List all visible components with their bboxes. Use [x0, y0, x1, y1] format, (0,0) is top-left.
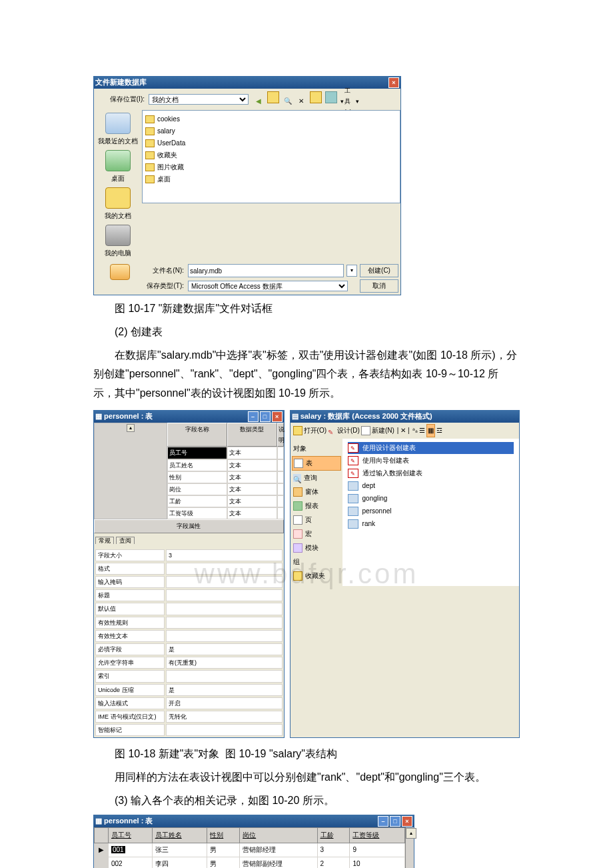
nav-favorites[interactable]: 收藏夹: [292, 569, 341, 583]
folder-item[interactable]: 收藏夹: [145, 149, 397, 161]
new-button[interactable]: 新建(N): [372, 425, 394, 437]
prop-value[interactable]: 3: [166, 549, 283, 561]
minimize-icon[interactable]: –: [248, 411, 259, 422]
list-item[interactable]: personnel: [348, 505, 514, 517]
prop-value[interactable]: 开启: [166, 697, 283, 709]
search-icon[interactable]: 🔍: [283, 96, 293, 107]
field-cell[interactable]: 文本: [227, 495, 277, 507]
filetype-select[interactable]: Microsoft Office Access 数据库: [188, 281, 348, 291]
computer-place[interactable]: 我的电脑: [94, 225, 142, 259]
list-icon-1[interactable]: ☰: [419, 425, 425, 437]
field-cell[interactable]: 文本: [227, 483, 277, 495]
col-header[interactable]: 员工姓名: [152, 827, 207, 843]
documents-place[interactable]: 我的文档: [94, 187, 142, 222]
nav-reports[interactable]: 报表: [292, 499, 341, 513]
field-cell[interactable]: 文本: [227, 471, 277, 483]
tab-general[interactable]: 常规: [95, 537, 114, 544]
chevron-down-icon[interactable]: ▾: [346, 265, 357, 277]
close-icon[interactable]: ×: [402, 816, 412, 827]
create-button[interactable]: 创建(C): [360, 264, 398, 277]
save-location-select[interactable]: 我的文档: [149, 94, 249, 105]
minimize-icon[interactable]: –: [378, 816, 388, 827]
cancel-button[interactable]: 取消: [360, 279, 398, 293]
list-item[interactable]: dept: [348, 480, 514, 492]
details-icon[interactable]: ☲: [436, 425, 442, 437]
field-cell[interactable]: 文本: [227, 459, 277, 471]
tools-menu[interactable]: ▾ 工具(L)▾: [340, 96, 359, 107]
field-cell[interactable]: [277, 459, 284, 471]
prop-value[interactable]: 无转化: [166, 711, 283, 723]
close-icon[interactable]: ×: [272, 411, 283, 422]
design-icon[interactable]: ✎: [328, 427, 336, 435]
prop-value[interactable]: [166, 724, 283, 736]
desktop-place[interactable]: 桌面: [94, 150, 142, 185]
prop-value[interactable]: [166, 603, 283, 615]
filename-field[interactable]: [188, 264, 344, 277]
folder-item[interactable]: 图片收藏: [145, 161, 397, 173]
open-button[interactable]: 打开(O): [304, 425, 326, 437]
recent-place[interactable]: 我最近的文档: [94, 113, 142, 147]
prop-value[interactable]: [166, 630, 283, 642]
folder-item[interactable]: salary: [145, 125, 397, 137]
open-icon[interactable]: [293, 426, 303, 435]
scroll-up-icon[interactable]: ▴: [406, 828, 416, 839]
maximize-icon[interactable]: □: [260, 411, 271, 422]
prop-value[interactable]: [166, 563, 283, 575]
field-cell[interactable]: 员工姓名: [167, 459, 227, 471]
col-header[interactable]: 工龄: [317, 827, 350, 843]
close-icon[interactable]: ×: [388, 77, 399, 88]
new-folder-icon[interactable]: [310, 91, 322, 103]
vertical-scrollbar[interactable]: ▴ ▾: [405, 827, 414, 868]
table-row[interactable]: ▶001张三男营销部经理39: [95, 843, 405, 857]
field-cell[interactable]: 员工号: [167, 447, 227, 459]
field-cell[interactable]: 文本: [227, 507, 277, 519]
nav-groups[interactable]: 组: [292, 555, 341, 569]
delete-icon[interactable]: ✕: [296, 96, 306, 107]
prop-value[interactable]: 是: [166, 684, 283, 696]
prop-value[interactable]: 是: [166, 643, 283, 655]
new-icon[interactable]: [361, 426, 370, 435]
field-cell[interactable]: [277, 471, 284, 483]
nav-macros[interactable]: 宏: [292, 527, 341, 541]
list-item[interactable]: gongling: [348, 493, 514, 505]
col-header[interactable]: 工资等级: [350, 827, 405, 843]
col-header[interactable]: 岗位: [240, 827, 317, 843]
nav-queries[interactable]: 🔍查询: [292, 471, 341, 485]
list-icon-2[interactable]: ▦: [426, 424, 435, 437]
prop-value[interactable]: [166, 617, 283, 629]
col-header[interactable]: 性别: [207, 827, 240, 843]
design-button[interactable]: 设计(D): [337, 425, 360, 437]
field-cell[interactable]: 性别: [167, 471, 227, 483]
back-icon[interactable]: ◀: [253, 96, 264, 107]
nav-forms[interactable]: 窗体: [292, 485, 341, 499]
list-item[interactable]: ✎使用向导创建表: [348, 455, 514, 467]
prop-value[interactable]: [166, 670, 283, 682]
maximize-icon[interactable]: □: [390, 816, 400, 827]
field-cell[interactable]: 工资等级: [167, 507, 227, 519]
list-item[interactable]: ✎通过输入数据创建表: [348, 467, 514, 479]
views-icon[interactable]: [325, 91, 337, 103]
nav-tables[interactable]: 表: [292, 456, 341, 471]
prop-value[interactable]: [166, 576, 283, 588]
small-icons-icon[interactable]: ᵃₐ: [412, 425, 418, 437]
prop-value[interactable]: 有(无重复): [166, 657, 283, 669]
field-cell[interactable]: 工龄: [167, 495, 227, 507]
col-header[interactable]: 员工号: [109, 827, 153, 843]
field-cell[interactable]: [277, 483, 284, 495]
folder-item[interactable]: cookies: [145, 113, 397, 125]
field-cell[interactable]: [277, 447, 284, 459]
prop-value[interactable]: [166, 589, 283, 601]
nav-pages[interactable]: 页: [292, 513, 341, 527]
folder-item[interactable]: 桌面: [145, 173, 397, 185]
list-item[interactable]: rank: [348, 518, 514, 530]
up-icon[interactable]: [267, 91, 279, 103]
field-cell[interactable]: 文本: [227, 447, 277, 459]
net-place[interactable]: [96, 264, 144, 281]
nav-modules[interactable]: 模块: [292, 541, 341, 555]
field-cell[interactable]: [277, 507, 284, 519]
field-cell[interactable]: 岗位: [167, 483, 227, 495]
scroll-up-icon[interactable]: ▴: [127, 424, 135, 432]
list-item[interactable]: ✎使用设计器创建表: [348, 442, 514, 454]
folder-item[interactable]: UserData: [145, 137, 397, 149]
table-row[interactable]: 002李四男营销部副经理210: [95, 857, 405, 868]
